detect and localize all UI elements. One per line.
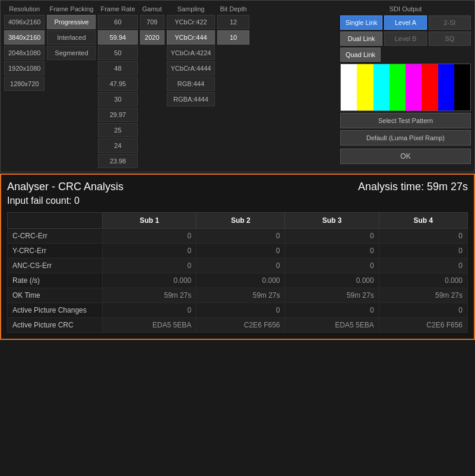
sdi-row1: Single Link Level A 2-SI (340, 15, 471, 30)
samp-444[interactable]: YCbCr:444 (167, 30, 216, 45)
data-cell: 0 (197, 259, 285, 273)
fr-48[interactable]: 48 (98, 61, 137, 75)
fr-50[interactable]: 50 (98, 46, 137, 60)
sampling-header: Sampling (167, 4, 216, 14)
res-3840[interactable]: 3840x2160 (4, 30, 45, 45)
fp-segmented[interactable]: Segmented (47, 46, 96, 60)
color-bars (340, 64, 471, 111)
input-fail-count: Input fail count: 0 (7, 196, 468, 206)
data-cell: 0.000 (285, 273, 379, 288)
frame-packing-header: Frame Packing (47, 4, 96, 14)
col-header-sub4: Sub 4 (379, 213, 467, 229)
gamut-column: Gamut 709 2020 (140, 4, 164, 168)
row-label: OK Time (8, 288, 103, 303)
level-a-btn[interactable]: Level A (384, 15, 426, 30)
data-cell: 0 (379, 244, 467, 259)
default-pattern-btn[interactable]: Default (Luma Pixel Ramp) (340, 130, 471, 146)
fr-60[interactable]: 60 (98, 15, 137, 29)
fr-30[interactable]: 30 (98, 92, 137, 106)
data-cell: 0 (197, 229, 285, 244)
data-cell: C2E6 F656 (379, 318, 467, 333)
table-row: OK Time59m 27s59m 27s59m 27s59m 27s (8, 288, 468, 303)
row-label: Active Picture CRC (8, 318, 103, 333)
data-cell: 0.000 (379, 273, 467, 288)
quad-link-btn[interactable]: Quad Link (340, 48, 381, 62)
select-test-pattern-btn[interactable]: Select Test Pattern (340, 113, 471, 128)
single-link-btn[interactable]: Single Link (340, 15, 382, 30)
bar-blue (438, 64, 454, 111)
ok-button[interactable]: OK (340, 149, 471, 164)
data-cell: 59m 27s (285, 288, 379, 303)
frame-packing-column: Frame Packing Progressive Interlaced Seg… (47, 4, 96, 168)
fp-progressive[interactable]: Progressive (47, 15, 96, 29)
bit-depth-column: Bit Depth 12 10 (217, 4, 249, 168)
frame-rate-header: Frame Rate (98, 4, 137, 14)
data-cell: 0 (103, 244, 197, 259)
data-cell: 0 (285, 303, 379, 318)
bar-green (390, 64, 406, 111)
data-cell: 0 (285, 229, 379, 244)
samp-rgba4444[interactable]: RGBA:4444 (167, 92, 216, 106)
bd-12[interactable]: 12 (217, 15, 249, 29)
fr-5994[interactable]: 59.94 (98, 30, 137, 45)
crc-table: Sub 1 Sub 2 Sub 3 Sub 4 C-CRC-Err0000Y-C… (7, 212, 468, 333)
res-2048[interactable]: 2048x1080 (4, 46, 45, 60)
fr-25[interactable]: 25 (98, 123, 137, 137)
bar-black (454, 64, 470, 111)
col-header-label (8, 213, 103, 229)
data-cell: 59m 27s (103, 288, 197, 303)
sdi-row3: Quad Link (340, 48, 471, 62)
col-header-sub1: Sub 1 (103, 213, 197, 229)
samp-4444[interactable]: YCbCrA:4444 (167, 61, 216, 75)
data-cell: C2E6 F656 (197, 318, 285, 333)
samp-422[interactable]: YCbCr:422 (167, 15, 216, 29)
bar-red (422, 64, 438, 111)
sdi-row2: Dual Link Level B SQ (340, 31, 471, 46)
bar-white (341, 64, 357, 111)
row-label: C-CRC-Err (8, 229, 103, 244)
fr-24[interactable]: 24 (98, 138, 137, 153)
dual-link-btn[interactable]: Dual Link (340, 31, 382, 46)
res-1280[interactable]: 1280x720 (4, 77, 45, 91)
bd-10[interactable]: 10 (217, 30, 249, 45)
row-label: Rate (/s) (8, 273, 103, 288)
sdi-output-section: SDI Output Single Link Level A 2-SI Dual… (340, 4, 471, 168)
gamut-709[interactable]: 709 (140, 15, 164, 29)
fr-2398[interactable]: 23.98 (98, 154, 137, 168)
analyser-time: Analysis time: 59m 27s (358, 181, 468, 193)
analyser-header: Analyser - CRC Analysis Analysis time: 5… (7, 181, 468, 193)
res-4096[interactable]: 4096x2160 (4, 15, 45, 29)
samp-4224[interactable]: YCbCrA:4224 (167, 46, 216, 60)
data-cell: 59m 27s (379, 288, 467, 303)
2si-btn[interactable]: 2-SI (429, 15, 471, 30)
data-cell: 0 (197, 244, 285, 259)
fr-2997[interactable]: 29.97 (98, 108, 137, 122)
data-cell: 0.000 (103, 273, 197, 288)
row-label: Y-CRC-Err (8, 244, 103, 259)
table-row: Active Picture Changes0000 (8, 303, 468, 318)
col-header-sub3: Sub 3 (285, 213, 379, 229)
data-cell: EDA5 5EBA (285, 318, 379, 333)
samp-rgb444[interactable]: RGB:444 (167, 77, 216, 91)
level-b-btn[interactable]: Level B (384, 31, 426, 46)
fp-interlaced[interactable]: Interlaced (47, 30, 96, 45)
fr-4795[interactable]: 47.95 (98, 77, 137, 91)
data-cell: EDA5 5EBA (103, 318, 197, 333)
table-row: Active Picture CRCEDA5 5EBAC2E6 F656EDA5… (8, 318, 468, 333)
row-label: ANC-CS-Err (8, 259, 103, 273)
data-cell: 0 (103, 303, 197, 318)
data-cell: 0 (103, 229, 197, 244)
frame-rate-column: Frame Rate 60 59.94 50 48 47.95 30 29.97… (98, 4, 137, 168)
data-cell: 0 (379, 259, 467, 273)
res-1920[interactable]: 1920x1080 (4, 61, 45, 75)
sq-btn[interactable]: SQ (429, 31, 471, 46)
row-label: Active Picture Changes (8, 303, 103, 318)
table-header-row: Sub 1 Sub 2 Sub 3 Sub 4 (8, 213, 468, 229)
data-cell: 0 (197, 303, 285, 318)
data-cell: 0 (379, 229, 467, 244)
data-cell: 0 (103, 259, 197, 273)
bit-depth-header: Bit Depth (217, 4, 249, 14)
gamut-2020[interactable]: 2020 (140, 30, 164, 45)
data-cell: 0 (285, 244, 379, 259)
resolution-header: Resolution (4, 4, 45, 14)
